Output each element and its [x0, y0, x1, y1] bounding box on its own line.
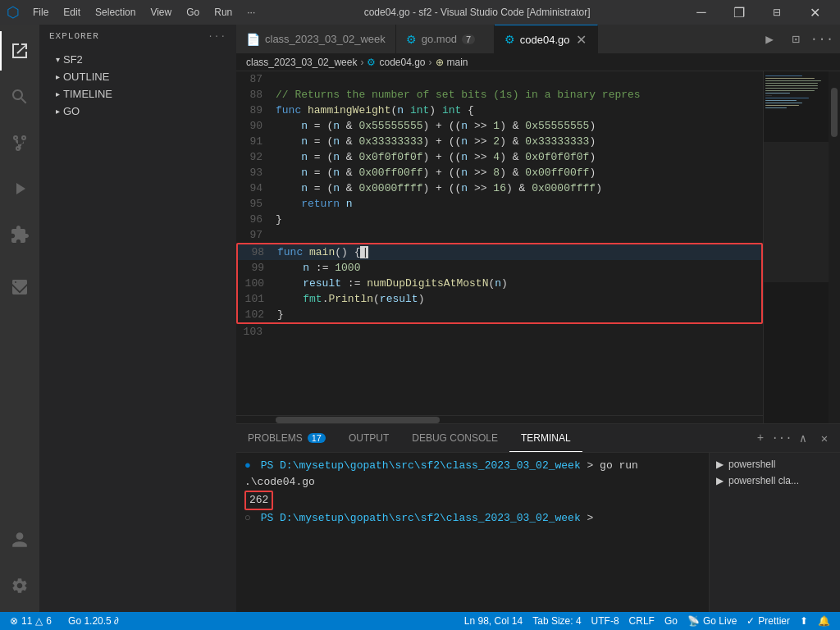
menu-bar: File Edit Selection View Go Run ··· — [26, 5, 262, 20]
sidebar-item-outline[interactable]: ▸ OUTLINE — [39, 68, 236, 85]
code-line-101: 101 fmt.Println(result) — [238, 291, 761, 307]
go-active-icon: ⚙ — [504, 33, 515, 46]
status-tab-size[interactable]: Tab Size: 4 — [529, 615, 584, 627]
breadcrumb-go-icon: ⚙ — [367, 57, 376, 68]
panel-tab-problems[interactable]: PROBLEMS 17 — [236, 424, 337, 452]
activity-explorer[interactable] — [0, 31, 39, 71]
code-line-95: 95 return n — [236, 196, 763, 212]
menu-more[interactable]: ··· — [240, 5, 262, 20]
terminal-label: TERMINAL — [521, 432, 571, 444]
status-bar: ⊗ 11 △ 6 Go 1.20.5 ∂ Ln 98, Col 14 Tab S… — [0, 612, 840, 630]
tab-week[interactable]: 📄 class_2023_03_02_week — [236, 25, 396, 53]
sidebar-item-go[interactable]: ▸ GO — [39, 103, 236, 120]
code-editor[interactable]: 87 88 // Returns the number of set bits … — [236, 71, 763, 423]
minimize-button[interactable]: ─ — [682, 0, 720, 25]
sidebar-go-label: GO — [63, 105, 80, 117]
status-language[interactable]: Go — [661, 615, 681, 627]
status-line-ending[interactable]: CRLF — [626, 615, 658, 627]
sidebar-more[interactable]: ··· — [208, 31, 226, 41]
ps-cursor: > — [587, 512, 594, 524]
panel-tab-output[interactable]: OUTPUT — [337, 424, 400, 452]
activity-run-debug[interactable] — [0, 169, 39, 208]
menu-edit[interactable]: Edit — [57, 5, 87, 20]
menu-view[interactable]: View — [144, 5, 178, 20]
shell-item-powershell-class[interactable]: ▶ powershell cla... — [710, 472, 840, 489]
menu-run[interactable]: Run — [208, 5, 239, 20]
panel-tab-terminal[interactable]: TERMINAL — [509, 424, 582, 452]
sync-icon: ⬆ — [800, 615, 808, 627]
menu-file[interactable]: File — [26, 5, 55, 20]
activity-source-control[interactable] — [0, 123, 39, 162]
tab-code04[interactable]: ⚙ code04.go ✕ — [495, 25, 599, 53]
horizontal-scrollbar[interactable] — [236, 415, 763, 423]
status-prettier[interactable]: ✓ Prettier — [743, 615, 793, 627]
panel-tabs: PROBLEMS 17 OUTPUT DEBUG CONSOLE TERMINA… — [236, 424, 840, 453]
expand-arrow-icon: ▸ — [56, 72, 60, 81]
go-version-label: Go 1.20.5 ∂ — [68, 615, 119, 627]
bell-icon: 🔔 — [818, 615, 830, 627]
split-editor-button[interactable]: ⊡ — [784, 28, 807, 51]
terminal-more-button[interactable]: ··· — [773, 429, 791, 447]
warning-icon: △ — [35, 615, 43, 627]
menu-go[interactable]: Go — [180, 5, 206, 20]
shell-powershell-class-label: powershell cla... — [728, 475, 799, 486]
code-line-90: 90 n = (n & 0x55555555) + ((n >> 1) & 0x… — [236, 118, 763, 134]
activity-extensions[interactable] — [0, 215, 39, 254]
tab-week-label: class_2023_03_02_week — [265, 33, 386, 45]
terminal-icon: ▶ — [716, 459, 724, 470]
panel-close-button[interactable]: ✕ — [815, 429, 833, 447]
new-terminal-button[interactable]: + — [751, 429, 769, 447]
shell-powershell-label: powershell — [728, 459, 775, 470]
status-notifications[interactable]: 🔔 — [815, 615, 833, 627]
window-controls: ─ ❐ ⊟ ✕ — [682, 0, 833, 25]
editor-area: 📄 class_2023_03_02_week ⚙ go.mod 7 ⚙ cod… — [236, 25, 840, 612]
tab-gomod[interactable]: ⚙ go.mod 7 — [396, 25, 495, 53]
close-button[interactable]: ✕ — [796, 0, 833, 25]
scrollbar-thumb[interactable] — [276, 417, 440, 423]
breadcrumb-file[interactable]: code04.go — [379, 57, 425, 68]
cursor-pos-label: Ln 98, Col 14 — [464, 615, 523, 627]
activity-account[interactable] — [0, 520, 39, 559]
run-code-button[interactable]: ▶ — [758, 28, 781, 51]
code-content: 87 88 // Returns the number of set bits … — [236, 71, 763, 415]
vertical-scrollbar[interactable] — [829, 71, 840, 423]
restore-button[interactable]: ⊟ — [758, 0, 796, 25]
prettier-label: Prettier — [758, 615, 790, 627]
status-errors[interactable]: ⊗ 11 △ 6 — [7, 615, 55, 627]
breadcrumb-folder[interactable]: class_2023_03_02_week — [246, 57, 357, 68]
breadcrumb: class_2023_03_02_week › ⚙ code04.go › ⊕ … — [236, 53, 840, 71]
menu-selection[interactable]: Selection — [89, 5, 142, 20]
activity-settings[interactable] — [0, 566, 39, 605]
maximize-button[interactable]: ❐ — [720, 0, 758, 25]
minimap-viewport[interactable] — [764, 142, 829, 283]
terminal-icon-2: ▶ — [716, 475, 724, 486]
output-label: OUTPUT — [349, 432, 389, 444]
sidebar-item-timeline[interactable]: ▸ TIMELINE — [39, 85, 236, 103]
status-go-live[interactable]: 📡 Go Live — [684, 615, 740, 627]
tab-close-button[interactable]: ✕ — [574, 33, 587, 46]
scrollbar-thumb-vertical[interactable] — [831, 88, 838, 137]
sidebar-sf2-label: SF2 — [63, 53, 83, 66]
line-ending-label: CRLF — [629, 615, 655, 627]
tabs-bar: 📄 class_2023_03_02_week ⚙ go.mod 7 ⚙ cod… — [236, 25, 840, 53]
activity-bar — [0, 25, 39, 612]
activity-test[interactable] — [0, 267, 39, 307]
sidebar-item-sf2[interactable]: ▾ SF2 — [39, 51, 236, 68]
shell-item-powershell[interactable]: ▶ powershell — [710, 456, 840, 472]
more-tabs-button[interactable]: ··· — [810, 28, 833, 51]
problems-label: PROBLEMS — [248, 432, 303, 444]
status-encoding[interactable]: UTF-8 — [588, 615, 623, 627]
breadcrumb-symbol[interactable]: main — [447, 57, 468, 68]
panel: PROBLEMS 17 OUTPUT DEBUG CONSOLE TERMINA… — [236, 423, 840, 612]
terminal-main[interactable]: ● PS D:\mysetup\gopath\src\sf2\class_202… — [236, 453, 709, 612]
code-line-87: 87 — [236, 71, 763, 87]
minimap — [763, 71, 829, 423]
panel-actions: + ··· ∧ ✕ — [745, 424, 840, 452]
panel-minimize-button[interactable]: ∧ — [794, 429, 812, 447]
ps-path-2: D:\mysetup\gopath\src\sf2\class_2023_03_… — [280, 512, 581, 524]
activity-search[interactable] — [0, 77, 39, 116]
status-cursor-position[interactable]: Ln 98, Col 14 — [461, 615, 526, 627]
panel-tab-debug[interactable]: DEBUG CONSOLE — [400, 424, 509, 452]
status-sync[interactable]: ⬆ — [797, 615, 811, 627]
status-go-version[interactable]: Go 1.20.5 ∂ — [65, 615, 122, 627]
